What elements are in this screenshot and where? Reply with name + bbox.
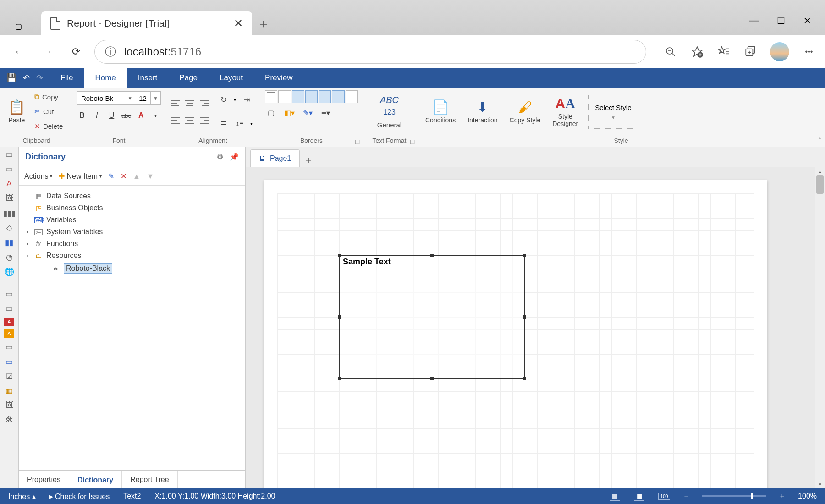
tool-panel-icon[interactable]: ▭ xyxy=(2,288,16,299)
border-outside-button[interactable] xyxy=(346,90,358,103)
font-color-dropdown[interactable]: ▾ xyxy=(151,110,161,121)
more-icon[interactable]: ••• xyxy=(802,45,816,59)
line-spacing-button[interactable]: ↕≡ xyxy=(234,118,246,130)
units-select[interactable]: Inches ▴ xyxy=(8,492,36,501)
word-wrap-button[interactable]: ⇥ xyxy=(241,93,253,105)
actions-dropdown[interactable]: Actions ▾ xyxy=(24,172,52,181)
profile-avatar[interactable] xyxy=(770,42,789,61)
tree-node-system-variables[interactable]: ▪x=System Variables xyxy=(24,226,240,238)
font-size-dropdown[interactable]: ▼ xyxy=(150,92,160,104)
delete-item-icon[interactable]: ✕ xyxy=(121,172,126,181)
scroll-down-icon[interactable]: ▼ xyxy=(815,480,825,488)
close-window-icon[interactable]: ✕ xyxy=(803,15,811,26)
scroll-up-icon[interactable]: ▲ xyxy=(815,167,825,175)
zoom-out-icon[interactable] xyxy=(664,45,677,59)
new-item-dropdown[interactable]: ✚New Item ▾ xyxy=(59,172,102,181)
align-bottom-center[interactable] xyxy=(183,113,196,128)
browser-tab[interactable]: Report - Designer [Trial] ✕ xyxy=(41,11,252,35)
tool-richtext-icon[interactable]: A xyxy=(4,318,14,326)
page-tab-1[interactable]: 🗎Page1 xyxy=(250,149,300,167)
close-tab-icon[interactable]: ✕ xyxy=(234,17,243,30)
tree-node-variables[interactable]: VARVariables xyxy=(24,214,240,226)
copy-button[interactable]: ⧉Copy xyxy=(33,92,65,102)
panel-tab-dictionary[interactable]: Dictionary xyxy=(69,471,122,488)
resize-handle[interactable] xyxy=(522,254,526,257)
border-left-button[interactable] xyxy=(292,90,304,103)
italic-button[interactable]: I xyxy=(92,110,102,121)
undo-icon[interactable]: ↶ xyxy=(23,73,30,83)
align-justify-button[interactable]: ≣ xyxy=(217,118,229,130)
tool-table-icon[interactable]: ▦ xyxy=(2,385,16,396)
align-top-right[interactable] xyxy=(198,95,211,111)
panel-tab-properties[interactable]: Properties xyxy=(19,471,69,488)
border-style-button[interactable]: ━▾ xyxy=(320,107,332,119)
shadow-button[interactable]: ▢ xyxy=(265,107,277,119)
border-right-button[interactable] xyxy=(319,90,331,103)
resize-handle[interactable] xyxy=(338,254,341,257)
vertical-scrollbar[interactable]: ▲ ▼ xyxy=(815,167,825,488)
align-top-left[interactable] xyxy=(169,95,182,111)
tree-node-resources[interactable]: ▫🗀Resources xyxy=(24,250,240,262)
select-style-button[interactable]: Select Style ▼ xyxy=(588,95,638,129)
font-size-select[interactable]: 12 xyxy=(135,92,150,104)
resize-handle[interactable] xyxy=(522,377,526,380)
tab-file[interactable]: File xyxy=(50,68,84,88)
tool-zipcode-icon[interactable]: ▭ xyxy=(2,356,16,367)
tool-image-icon[interactable]: 🖼 xyxy=(2,193,16,204)
design-canvas[interactable]: Sample Text al xyxy=(246,167,825,488)
zoom-slider[interactable] xyxy=(702,495,766,497)
tool-subreport-icon[interactable]: ▭ xyxy=(2,341,16,352)
borders-dialog-icon[interactable]: ◳ xyxy=(355,138,360,145)
underline-button[interactable]: U xyxy=(106,110,116,121)
gear-icon[interactable]: ⚙ xyxy=(217,153,223,161)
tool-text-icon[interactable]: A xyxy=(2,178,16,189)
favorite-icon[interactable] xyxy=(690,45,704,59)
tool-checkbox-icon[interactable]: ☑ xyxy=(2,371,16,382)
view-mode-3-icon[interactable]: 100 xyxy=(658,493,671,500)
tool-map-icon[interactable]: 🌐 xyxy=(2,266,16,277)
font-color-button[interactable]: A xyxy=(136,110,146,121)
new-tab-button[interactable]: ＋ xyxy=(252,12,275,35)
move-up-icon[interactable]: ▲ xyxy=(133,172,140,181)
align-bottom-left[interactable] xyxy=(169,113,182,128)
tool-clone-icon[interactable]: ▭ xyxy=(2,303,16,314)
tool-richtext2-icon[interactable]: A xyxy=(4,329,14,338)
tree-node-functions[interactable]: ▪fxFunctions xyxy=(24,238,240,250)
move-down-icon[interactable]: ▼ xyxy=(147,172,154,181)
tab-page[interactable]: Page xyxy=(168,68,209,88)
scroll-thumb[interactable] xyxy=(816,175,824,194)
tab-home[interactable]: Home xyxy=(84,68,126,88)
border-bottom-button[interactable] xyxy=(332,90,344,103)
edit-icon[interactable]: ✎ xyxy=(108,172,114,181)
tab-preview[interactable]: Preview xyxy=(254,68,303,88)
rotate-button[interactable]: ↻ xyxy=(217,93,229,105)
zoom-out-button[interactable]: − xyxy=(684,492,688,500)
zoom-in-button[interactable]: + xyxy=(780,492,784,500)
pin-icon[interactable]: 📌 xyxy=(230,153,239,161)
resize-handle[interactable] xyxy=(338,315,341,319)
resize-handle[interactable] xyxy=(430,254,434,257)
font-name-select[interactable]: Roboto Bk xyxy=(77,92,125,104)
resize-handle[interactable] xyxy=(338,377,341,380)
save-icon[interactable]: 💾 xyxy=(6,73,16,83)
tree-node-business-objects[interactable]: ◳Business Objects xyxy=(24,202,240,214)
tool-settings-icon[interactable]: 🛠 xyxy=(2,415,16,426)
collapse-ribbon-icon[interactable]: ˄ xyxy=(818,137,821,144)
add-page-button[interactable]: ＋ xyxy=(300,153,317,167)
tab-insert[interactable]: Insert xyxy=(127,68,169,88)
tool-picture-icon[interactable]: 🖼 xyxy=(2,400,16,411)
cut-button[interactable]: ✂Cut xyxy=(33,106,65,116)
strikethrough-button[interactable]: abc xyxy=(121,110,132,121)
tool-gauge-icon[interactable]: ◔ xyxy=(2,252,16,263)
site-info-icon[interactable]: ⓘ xyxy=(105,44,116,59)
text-format-general[interactable]: General xyxy=(377,121,402,129)
fill-color-button[interactable]: ◧▾ xyxy=(283,107,295,119)
text-component[interactable]: Sample Text xyxy=(339,255,525,379)
border-color-button[interactable]: ✎▾ xyxy=(302,107,314,119)
conditions-button[interactable]: 📄Conditions xyxy=(421,97,460,126)
border-none-button[interactable] xyxy=(278,90,291,103)
font-name-dropdown[interactable]: ▼ xyxy=(125,92,135,104)
redo-icon[interactable]: ↷ xyxy=(36,73,43,83)
resize-handle[interactable] xyxy=(430,377,434,380)
report-page[interactable]: Sample Text al xyxy=(264,180,767,488)
